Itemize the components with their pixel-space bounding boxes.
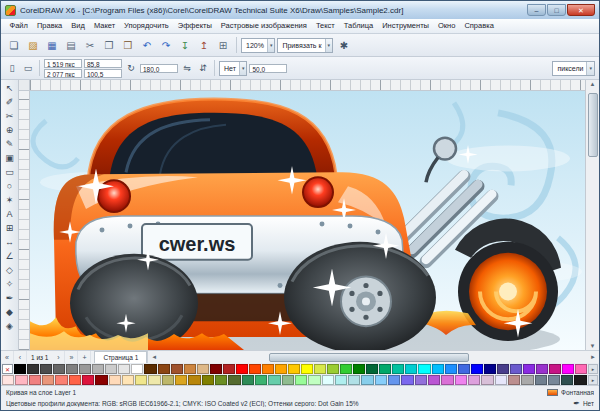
menu-item[interactable]: Растровые изображения bbox=[216, 19, 311, 33]
next-page-button[interactable]: › bbox=[52, 351, 65, 363]
color-swatch[interactable] bbox=[468, 375, 480, 385]
page-portrait-button[interactable]: ▯ bbox=[5, 59, 19, 77]
color-swatch[interactable] bbox=[335, 375, 347, 385]
table-tool[interactable]: ⊞ bbox=[2, 221, 18, 235]
menu-item[interactable]: Упорядочить bbox=[120, 19, 174, 33]
color-swatch[interactable] bbox=[535, 375, 547, 385]
color-swatch[interactable] bbox=[415, 375, 427, 385]
menu-item[interactable]: Эффекты bbox=[173, 19, 216, 33]
color-swatch[interactable] bbox=[432, 364, 444, 374]
color-swatch[interactable] bbox=[340, 364, 352, 374]
color-swatch[interactable] bbox=[484, 364, 496, 374]
crop-tool[interactable]: ✂ bbox=[2, 109, 18, 123]
close-button[interactable]: ✕ bbox=[567, 4, 595, 16]
color-swatch[interactable] bbox=[188, 375, 200, 385]
mirror-horizontal-button[interactable]: ⇋ bbox=[180, 59, 194, 77]
polygon-tool[interactable]: ✶ bbox=[2, 193, 18, 207]
rotation-angle-field[interactable]: 180,0 bbox=[140, 64, 178, 73]
export-button[interactable]: ↥ bbox=[195, 36, 213, 54]
color-swatch[interactable] bbox=[184, 364, 196, 374]
ruler-origin-corner[interactable] bbox=[19, 80, 30, 91]
color-swatch[interactable] bbox=[521, 375, 533, 385]
color-swatch[interactable] bbox=[458, 364, 470, 374]
misc-value-field[interactable]: 50,0 bbox=[249, 64, 287, 73]
color-swatch[interactable] bbox=[66, 364, 78, 374]
color-swatch[interactable] bbox=[510, 364, 522, 374]
mirror-vertical-button[interactable]: ⇵ bbox=[196, 59, 210, 77]
color-swatch[interactable] bbox=[327, 364, 339, 374]
color-swatch[interactable] bbox=[262, 364, 274, 374]
options-button[interactable]: ✱ bbox=[335, 36, 353, 54]
vertical-scrollbar[interactable]: ▲ ▼ bbox=[585, 80, 599, 350]
menu-item[interactable]: Вид bbox=[67, 19, 90, 33]
add-page-button[interactable]: + bbox=[78, 351, 91, 363]
color-swatch[interactable] bbox=[288, 364, 300, 374]
undo-button[interactable]: ↶ bbox=[138, 36, 156, 54]
scale-y-field[interactable]: 100,5 bbox=[84, 69, 122, 78]
color-swatch[interactable] bbox=[549, 364, 561, 374]
new-document-button[interactable]: ❏ bbox=[5, 36, 23, 54]
color-swatch[interactable] bbox=[92, 364, 104, 374]
color-swatch[interactable] bbox=[574, 375, 586, 385]
import-button[interactable]: ↧ bbox=[176, 36, 194, 54]
color-swatch[interactable] bbox=[388, 375, 400, 385]
color-swatch[interactable] bbox=[15, 375, 27, 385]
menu-item[interactable]: Макет bbox=[89, 19, 119, 33]
outline-pen-tool[interactable]: ✒ bbox=[2, 291, 18, 305]
minimize-button[interactable]: – bbox=[527, 4, 546, 16]
horizontal-scrollbar[interactable]: ◄ ► bbox=[147, 351, 599, 363]
menu-item[interactable]: Справка bbox=[460, 19, 498, 33]
color-swatch[interactable] bbox=[301, 364, 313, 374]
pick-tool[interactable]: ↖ bbox=[2, 81, 18, 95]
color-swatch[interactable] bbox=[455, 375, 467, 385]
color-swatch[interactable] bbox=[171, 364, 183, 374]
color-swatch[interactable] bbox=[144, 364, 156, 374]
vertical-ruler[interactable] bbox=[19, 91, 30, 350]
color-swatch[interactable] bbox=[223, 364, 235, 374]
color-swatch[interactable] bbox=[495, 375, 507, 385]
color-swatch[interactable] bbox=[481, 375, 493, 385]
zoom-level-combo[interactable]: 120% ▾ bbox=[241, 38, 275, 53]
color-swatch[interactable] bbox=[562, 364, 574, 374]
color-swatch[interactable] bbox=[69, 375, 81, 385]
scroll-left-icon[interactable]: ◄ bbox=[149, 354, 159, 360]
maximize-button[interactable]: □ bbox=[547, 4, 566, 16]
color-swatch[interactable] bbox=[255, 375, 267, 385]
color-swatch[interactable] bbox=[202, 375, 214, 385]
color-swatch[interactable] bbox=[401, 375, 413, 385]
color-swatch[interactable] bbox=[175, 375, 187, 385]
rectangle-tool[interactable]: ▭ bbox=[2, 165, 18, 179]
horizontal-scroll-thumb[interactable] bbox=[269, 353, 469, 362]
smart-fill-tool[interactable]: ▣ bbox=[2, 151, 18, 165]
text-tool[interactable]: A bbox=[2, 207, 18, 221]
menu-item[interactable]: Текст bbox=[311, 19, 339, 33]
drawing-canvas[interactable]: cwer.ws bbox=[30, 91, 585, 350]
interactive-fill-tool[interactable]: ◈ bbox=[2, 319, 18, 333]
zoom-tool[interactable]: ⊕ bbox=[2, 123, 18, 137]
units-combo[interactable]: пиксели ▾ bbox=[552, 61, 595, 76]
color-swatch[interactable] bbox=[314, 364, 326, 374]
color-swatch[interactable] bbox=[375, 375, 387, 385]
color-swatch[interactable] bbox=[27, 364, 39, 374]
shape-tool[interactable]: ✐ bbox=[2, 95, 18, 109]
vertical-scroll-thumb[interactable] bbox=[588, 93, 598, 157]
color-swatch[interactable] bbox=[471, 364, 483, 374]
color-swatch[interactable] bbox=[441, 375, 453, 385]
color-swatch[interactable] bbox=[118, 364, 130, 374]
color-swatch[interactable] bbox=[322, 375, 334, 385]
color-swatch[interactable] bbox=[308, 375, 320, 385]
redo-button[interactable]: ↷ bbox=[157, 36, 175, 54]
snap-to-combo[interactable]: Привязать к ▾ bbox=[277, 38, 333, 53]
color-swatch[interactable] bbox=[445, 364, 457, 374]
color-swatch[interactable] bbox=[508, 375, 520, 385]
print-button[interactable]: ▤ bbox=[62, 36, 80, 54]
scroll-up-icon[interactable]: ▲ bbox=[590, 81, 596, 87]
color-swatch[interactable] bbox=[249, 364, 261, 374]
object-width-field[interactable]: 1 519 пкс bbox=[44, 59, 82, 68]
scroll-right-icon[interactable]: ► bbox=[588, 354, 598, 360]
menu-item[interactable]: Файл bbox=[5, 19, 32, 33]
color-swatch[interactable] bbox=[162, 375, 174, 385]
color-swatch[interactable] bbox=[131, 364, 143, 374]
color-swatch[interactable] bbox=[53, 364, 65, 374]
palette-scroll-right-button[interactable]: ▸ bbox=[588, 364, 598, 374]
